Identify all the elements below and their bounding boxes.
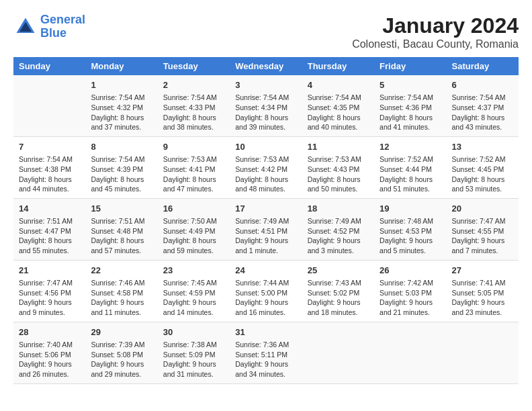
day-number: 2 bbox=[163, 79, 224, 91]
day-number: 10 bbox=[235, 141, 296, 153]
logo-icon bbox=[13, 15, 38, 39]
calendar-cell: 10Sunrise: 7:53 AMSunset: 4:42 PMDayligh… bbox=[230, 136, 302, 198]
calendar-cell: 22Sunrise: 7:46 AMSunset: 4:58 PMDayligh… bbox=[85, 260, 157, 322]
day-number: 5 bbox=[380, 79, 441, 91]
day-info: Sunrise: 7:54 AMSunset: 4:39 PMDaylight:… bbox=[91, 154, 152, 194]
calendar-cell: 8Sunrise: 7:54 AMSunset: 4:39 PMDaylight… bbox=[85, 136, 157, 198]
calendar-cell: 18Sunrise: 7:49 AMSunset: 4:52 PMDayligh… bbox=[302, 198, 374, 260]
logo-text: General Blue bbox=[40, 13, 85, 40]
day-number: 23 bbox=[163, 265, 224, 277]
calendar-cell: 14Sunrise: 7:51 AMSunset: 4:47 PMDayligh… bbox=[13, 198, 85, 260]
calendar-cell: 13Sunrise: 7:52 AMSunset: 4:45 PMDayligh… bbox=[447, 136, 519, 198]
calendar-cell: 29Sunrise: 7:39 AMSunset: 5:08 PMDayligh… bbox=[85, 322, 157, 383]
day-info: Sunrise: 7:38 AMSunset: 5:09 PMDaylight:… bbox=[163, 340, 224, 379]
calendar-cell: 24Sunrise: 7:44 AMSunset: 5:00 PMDayligh… bbox=[230, 260, 302, 322]
calendar-cell: 6Sunrise: 7:54 AMSunset: 4:37 PMDaylight… bbox=[447, 75, 519, 136]
weekday-header: Tuesday bbox=[158, 57, 230, 75]
day-info: Sunrise: 7:42 AMSunset: 5:03 PMDaylight:… bbox=[380, 278, 441, 318]
day-number: 7 bbox=[19, 141, 80, 153]
calendar-week-row: 14Sunrise: 7:51 AMSunset: 4:47 PMDayligh… bbox=[13, 198, 519, 260]
calendar-week-row: 1Sunrise: 7:54 AMSunset: 4:32 PMDaylight… bbox=[13, 75, 519, 136]
day-info: Sunrise: 7:53 AMSunset: 4:43 PMDaylight:… bbox=[308, 154, 369, 194]
calendar-cell: 15Sunrise: 7:51 AMSunset: 4:48 PMDayligh… bbox=[85, 198, 157, 260]
calendar-cell bbox=[447, 322, 519, 383]
calendar-cell: 19Sunrise: 7:48 AMSunset: 4:53 PMDayligh… bbox=[374, 198, 446, 260]
calendar-cell: 28Sunrise: 7:40 AMSunset: 5:06 PMDayligh… bbox=[13, 322, 85, 383]
day-info: Sunrise: 7:51 AMSunset: 4:48 PMDaylight:… bbox=[91, 216, 152, 256]
logo: General Blue bbox=[13, 13, 85, 40]
day-number: 6 bbox=[452, 79, 513, 91]
calendar-cell: 3Sunrise: 7:54 AMSunset: 4:34 PMDaylight… bbox=[230, 75, 302, 136]
day-number: 17 bbox=[235, 203, 296, 215]
day-number: 24 bbox=[235, 265, 296, 277]
day-number: 15 bbox=[91, 203, 152, 215]
day-info: Sunrise: 7:49 AMSunset: 4:51 PMDaylight:… bbox=[235, 216, 296, 256]
calendar-cell: 26Sunrise: 7:42 AMSunset: 5:03 PMDayligh… bbox=[374, 260, 446, 322]
day-number: 12 bbox=[380, 141, 441, 153]
calendar-cell: 2Sunrise: 7:54 AMSunset: 4:33 PMDaylight… bbox=[158, 75, 230, 136]
day-number: 1 bbox=[91, 79, 152, 91]
weekday-header-row: SundayMondayTuesdayWednesdayThursdayFrid… bbox=[13, 57, 519, 75]
calendar-cell bbox=[13, 75, 85, 136]
day-info: Sunrise: 7:48 AMSunset: 4:53 PMDaylight:… bbox=[380, 216, 441, 256]
weekday-header: Friday bbox=[374, 57, 446, 75]
weekday-header: Monday bbox=[85, 57, 157, 75]
day-number: 31 bbox=[235, 326, 296, 338]
day-info: Sunrise: 7:53 AMSunset: 4:41 PMDaylight:… bbox=[163, 154, 224, 194]
day-number: 19 bbox=[380, 203, 441, 215]
calendar-cell: 9Sunrise: 7:53 AMSunset: 4:41 PMDaylight… bbox=[158, 136, 230, 198]
calendar-cell: 11Sunrise: 7:53 AMSunset: 4:43 PMDayligh… bbox=[302, 136, 374, 198]
title-section: January 2024 Colonesti, Bacau County, Ro… bbox=[352, 13, 519, 50]
day-info: Sunrise: 7:47 AMSunset: 4:55 PMDaylight:… bbox=[452, 216, 513, 256]
weekday-header: Sunday bbox=[13, 57, 85, 75]
day-info: Sunrise: 7:52 AMSunset: 4:44 PMDaylight:… bbox=[380, 154, 441, 194]
month-title: January 2024 bbox=[352, 13, 519, 38]
calendar-cell: 30Sunrise: 7:38 AMSunset: 5:09 PMDayligh… bbox=[158, 322, 230, 383]
day-info: Sunrise: 7:54 AMSunset: 4:35 PMDaylight:… bbox=[308, 93, 369, 132]
day-number: 25 bbox=[308, 265, 369, 277]
calendar-cell: 20Sunrise: 7:47 AMSunset: 4:55 PMDayligh… bbox=[447, 198, 519, 260]
day-info: Sunrise: 7:44 AMSunset: 5:00 PMDaylight:… bbox=[235, 278, 296, 318]
day-info: Sunrise: 7:36 AMSunset: 5:11 PMDaylight:… bbox=[235, 340, 296, 379]
day-number: 4 bbox=[308, 79, 369, 91]
day-number: 16 bbox=[163, 203, 224, 215]
weekday-header: Wednesday bbox=[230, 57, 302, 75]
day-number: 14 bbox=[19, 203, 80, 215]
weekday-header: Saturday bbox=[447, 57, 519, 75]
day-info: Sunrise: 7:54 AMSunset: 4:32 PMDaylight:… bbox=[91, 93, 152, 132]
day-info: Sunrise: 7:46 AMSunset: 4:58 PMDaylight:… bbox=[91, 278, 152, 318]
day-number: 9 bbox=[163, 141, 224, 153]
day-info: Sunrise: 7:54 AMSunset: 4:33 PMDaylight:… bbox=[163, 93, 224, 132]
calendar-cell: 31Sunrise: 7:36 AMSunset: 5:11 PMDayligh… bbox=[230, 322, 302, 383]
calendar-cell: 4Sunrise: 7:54 AMSunset: 4:35 PMDaylight… bbox=[302, 75, 374, 136]
day-number: 29 bbox=[91, 326, 152, 338]
day-info: Sunrise: 7:50 AMSunset: 4:49 PMDaylight:… bbox=[163, 216, 224, 256]
calendar-table: SundayMondayTuesdayWednesdayThursdayFrid… bbox=[13, 57, 519, 384]
calendar-week-row: 7Sunrise: 7:54 AMSunset: 4:38 PMDaylight… bbox=[13, 136, 519, 198]
calendar-cell: 25Sunrise: 7:43 AMSunset: 5:02 PMDayligh… bbox=[302, 260, 374, 322]
day-number: 18 bbox=[308, 203, 369, 215]
day-info: Sunrise: 7:54 AMSunset: 4:38 PMDaylight:… bbox=[19, 154, 80, 194]
calendar-cell: 5Sunrise: 7:54 AMSunset: 4:36 PMDaylight… bbox=[374, 75, 446, 136]
day-number: 22 bbox=[91, 265, 152, 277]
day-number: 8 bbox=[91, 141, 152, 153]
calendar-cell: 21Sunrise: 7:47 AMSunset: 4:56 PMDayligh… bbox=[13, 260, 85, 322]
day-number: 26 bbox=[380, 265, 441, 277]
day-info: Sunrise: 7:45 AMSunset: 4:59 PMDaylight:… bbox=[163, 278, 224, 318]
calendar-week-row: 21Sunrise: 7:47 AMSunset: 4:56 PMDayligh… bbox=[13, 260, 519, 322]
day-number: 13 bbox=[452, 141, 513, 153]
calendar-cell: 17Sunrise: 7:49 AMSunset: 4:51 PMDayligh… bbox=[230, 198, 302, 260]
calendar-cell: 7Sunrise: 7:54 AMSunset: 4:38 PMDaylight… bbox=[13, 136, 85, 198]
day-info: Sunrise: 7:39 AMSunset: 5:08 PMDaylight:… bbox=[91, 340, 152, 379]
day-number: 27 bbox=[452, 265, 513, 277]
day-number: 28 bbox=[19, 326, 80, 338]
day-info: Sunrise: 7:47 AMSunset: 4:56 PMDaylight:… bbox=[19, 278, 80, 318]
day-info: Sunrise: 7:53 AMSunset: 4:42 PMDaylight:… bbox=[235, 154, 296, 194]
calendar-cell: 16Sunrise: 7:50 AMSunset: 4:49 PMDayligh… bbox=[158, 198, 230, 260]
logo-line2: Blue bbox=[40, 26, 66, 40]
day-number: 3 bbox=[235, 79, 296, 91]
weekday-header: Thursday bbox=[302, 57, 374, 75]
day-number: 30 bbox=[163, 326, 224, 338]
day-info: Sunrise: 7:41 AMSunset: 5:05 PMDaylight:… bbox=[452, 278, 513, 318]
calendar-cell: 1Sunrise: 7:54 AMSunset: 4:32 PMDaylight… bbox=[85, 75, 157, 136]
